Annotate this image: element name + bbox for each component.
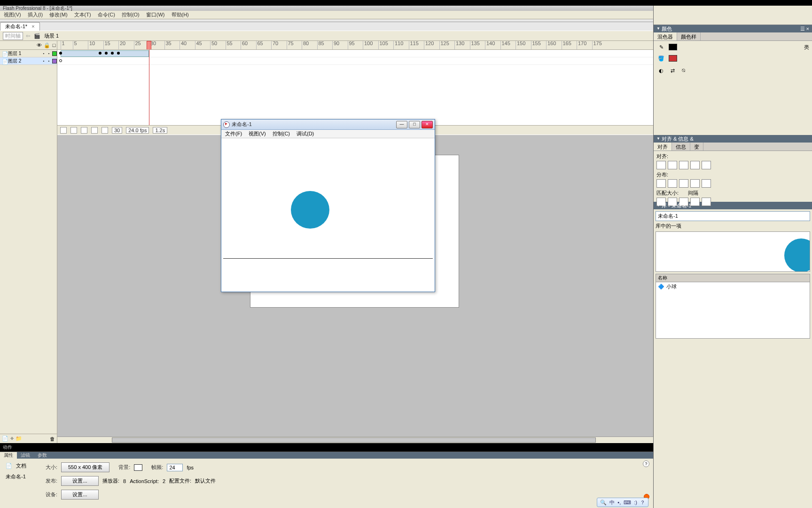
layer-row[interactable]: 📄 图层 1 • • bbox=[0, 50, 57, 57]
keyframe-icon[interactable] bbox=[111, 52, 114, 55]
menu-window[interactable]: 窗口(W) bbox=[146, 11, 165, 18]
ime-help-icon[interactable]: ？ bbox=[640, 499, 645, 506]
ime-emoji-icon[interactable]: :) bbox=[634, 500, 637, 505]
ime-keyboard-icon[interactable]: ⌨ bbox=[624, 500, 631, 506]
keyframe-icon[interactable] bbox=[117, 52, 120, 55]
align-top-button[interactable] bbox=[690, 161, 700, 169]
timeline-collapse-icon[interactable]: 时间轴 bbox=[3, 32, 23, 40]
menu-modify[interactable]: 修改(M) bbox=[49, 11, 68, 18]
help-icon[interactable]: ? bbox=[643, 460, 649, 467]
tab-parameters[interactable]: 参数 bbox=[34, 452, 51, 459]
layer-lock-dot[interactable]: • bbox=[47, 51, 51, 56]
size-button[interactable]: 550 x 400 像素 bbox=[61, 462, 109, 472]
layer-outline-swatch[interactable] bbox=[52, 51, 57, 56]
properties-tabs[interactable]: 属性 滤镜 参数 bbox=[0, 452, 653, 459]
test-movie-window[interactable]: 未命名-1 — □ ✕ 文件(F) 视图(V) 控制(C) 调试(D) bbox=[221, 119, 435, 292]
tab-properties[interactable]: 属性 bbox=[0, 452, 17, 459]
fill-swatch[interactable] bbox=[669, 55, 677, 62]
library-doc-combo[interactable]: 未命名-1 bbox=[656, 211, 810, 221]
layer-eye-dot[interactable]: • bbox=[42, 59, 46, 63]
preview-menubar[interactable]: 文件(F) 视图(V) 控制(C) 调试(D) bbox=[221, 130, 435, 138]
preview-minimize-button[interactable]: — bbox=[396, 121, 407, 128]
layer-row[interactable]: 📄 图层 2 • • bbox=[0, 57, 57, 65]
dist-vcenter-button[interactable] bbox=[668, 179, 677, 188]
preview-maximize-button[interactable]: □ bbox=[409, 121, 420, 128]
align-left-button[interactable] bbox=[656, 161, 666, 169]
dist-bottom-button[interactable] bbox=[679, 179, 688, 188]
back-arrow-icon[interactable]: ⇦ bbox=[26, 33, 30, 39]
modify-onion-icon[interactable] bbox=[102, 127, 108, 134]
space-h-button[interactable] bbox=[690, 198, 700, 206]
layer-outline-swatch[interactable] bbox=[52, 59, 57, 64]
keyframe-icon[interactable] bbox=[59, 52, 62, 55]
ime-search-icon[interactable]: 🔍 bbox=[600, 500, 607, 506]
onion-skin-icon[interactable] bbox=[70, 127, 77, 134]
framerate-input[interactable]: 24 bbox=[167, 464, 183, 471]
scrollbar-thumb[interactable] bbox=[112, 437, 596, 443]
layer-lock-dot[interactable]: • bbox=[47, 59, 51, 63]
tab-align[interactable]: 对齐 bbox=[654, 143, 672, 151]
eye-column-icon[interactable]: 👁 bbox=[36, 42, 42, 48]
tab-filters[interactable]: 滤镜 bbox=[17, 452, 34, 459]
menu-insert[interactable]: 插入(I) bbox=[28, 11, 43, 18]
tab-mixer[interactable]: 混色器 bbox=[654, 32, 677, 40]
playhead-line[interactable] bbox=[149, 50, 149, 125]
ime-toolbar[interactable]: 🔍 中 •, ⌨ :) ？ bbox=[597, 498, 648, 507]
preview-menu-view[interactable]: 视图(V) bbox=[249, 130, 266, 137]
device-settings-button[interactable]: 设置... bbox=[61, 490, 99, 500]
fill-color-icon[interactable]: 🪣 bbox=[656, 54, 666, 63]
preview-titlebar[interactable]: 未命名-1 — □ ✕ bbox=[221, 119, 435, 130]
new-layer-icon[interactable]: 📄 bbox=[2, 436, 8, 442]
library-item[interactable]: 🔷 小球 bbox=[656, 282, 810, 291]
onion-outline-icon[interactable] bbox=[81, 127, 87, 134]
nocolor-icon[interactable]: ⦰ bbox=[679, 66, 688, 75]
align-vcenter-button[interactable] bbox=[702, 161, 711, 169]
scene-name[interactable]: 场景 1 bbox=[44, 32, 59, 40]
noswap-icon[interactable]: ⇄ bbox=[668, 66, 677, 75]
menu-view[interactable]: 视图(V) bbox=[4, 11, 21, 18]
library-panel-title[interactable]: ▼库 - 未命名-1 bbox=[654, 202, 812, 209]
dist-left-button[interactable] bbox=[690, 179, 700, 188]
panel-close-icon[interactable]: ☰ × bbox=[800, 25, 809, 32]
menu-text[interactable]: 文本(T) bbox=[74, 11, 91, 18]
align-hcenter-button[interactable] bbox=[668, 161, 677, 169]
preview-menu-control[interactable]: 控制(C) bbox=[273, 130, 290, 137]
background-swatch[interactable] bbox=[134, 464, 142, 471]
lock-column-icon[interactable]: 🔒 bbox=[44, 42, 49, 48]
library-item-list[interactable]: 🔷 小球 bbox=[656, 282, 810, 339]
layer-eye-dot[interactable]: • bbox=[42, 51, 46, 56]
edit-multi-icon[interactable] bbox=[91, 127, 98, 134]
new-folder-icon[interactable]: 📁 bbox=[16, 436, 22, 442]
bw-icon[interactable]: ◐ bbox=[656, 66, 666, 75]
publish-settings-button[interactable]: 设置... bbox=[61, 476, 99, 486]
dist-hcenter-button[interactable] bbox=[702, 179, 711, 188]
tab-transform[interactable]: 变 bbox=[690, 143, 703, 151]
close-tab-icon[interactable]: × bbox=[31, 24, 34, 29]
preview-menu-debug[interactable]: 调试(D) bbox=[297, 130, 314, 137]
library-column-name[interactable]: 名称 bbox=[656, 274, 810, 282]
center-frame-icon[interactable] bbox=[60, 127, 67, 134]
align-panel-title[interactable]: ▼对齐 & 信息 & bbox=[654, 135, 812, 143]
blank-keyframe-icon[interactable] bbox=[59, 59, 62, 62]
layer-name[interactable]: 图层 2 bbox=[8, 58, 40, 64]
document-tab[interactable]: 未命名-1* × bbox=[0, 22, 40, 31]
delete-layer-icon[interactable]: 🗑 bbox=[50, 436, 55, 442]
tab-info[interactable]: 信息 bbox=[672, 143, 690, 151]
menu-help[interactable]: 帮助(H) bbox=[172, 11, 189, 18]
preview-menu-file[interactable]: 文件(F) bbox=[225, 130, 242, 137]
stroke-color-icon[interactable]: ✎ bbox=[656, 43, 666, 51]
layer-name[interactable]: 图层 1 bbox=[8, 50, 40, 57]
space-v-button[interactable] bbox=[702, 198, 711, 206]
dist-top-button[interactable] bbox=[656, 179, 666, 188]
keyframe-icon[interactable] bbox=[105, 52, 108, 55]
preview-close-button[interactable]: ✕ bbox=[422, 121, 433, 128]
align-right-button[interactable] bbox=[679, 161, 688, 169]
stroke-swatch[interactable] bbox=[669, 44, 677, 50]
tab-swatches[interactable]: 颜色样 bbox=[677, 32, 701, 40]
ime-punct-icon[interactable]: •, bbox=[617, 500, 621, 505]
menu-commands[interactable]: 命令(C) bbox=[98, 11, 115, 18]
outline-column-icon[interactable]: □ bbox=[51, 42, 57, 48]
keyframe-icon[interactable] bbox=[99, 52, 102, 55]
menu-control[interactable]: 控制(O) bbox=[122, 11, 140, 18]
ime-lang-label[interactable]: 中 bbox=[609, 499, 615, 506]
